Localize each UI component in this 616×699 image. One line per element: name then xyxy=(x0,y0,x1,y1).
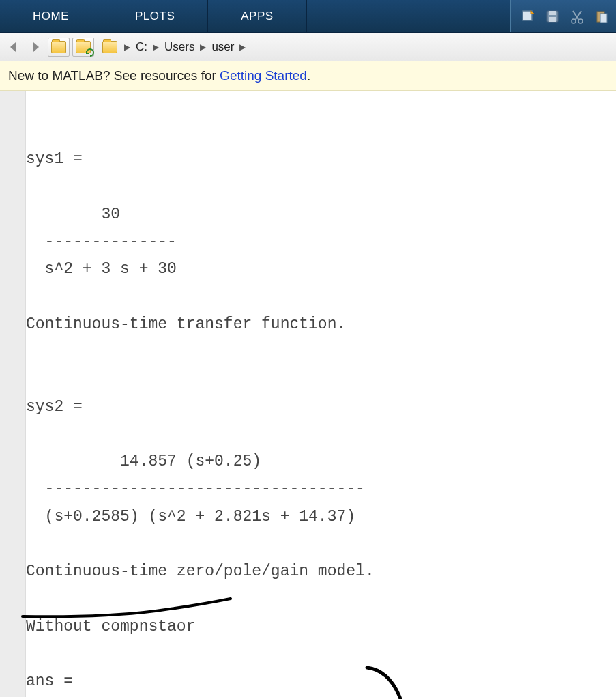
breadcrumb-users[interactable]: Users xyxy=(162,39,197,55)
up-folder-button[interactable] xyxy=(48,38,70,57)
command-window-output[interactable]: sys1 = 30 -------------- s^2 + 3 s + 30 … xyxy=(26,91,616,697)
folder-icon xyxy=(102,41,117,53)
command-window: sys1 = 30 -------------- s^2 + 3 s + 30 … xyxy=(0,91,616,697)
sys1-denominator: s^2 + 3 s + 30 xyxy=(26,260,177,278)
back-arrow-icon[interactable] xyxy=(4,38,23,57)
sys1-numerator: 30 xyxy=(26,205,120,223)
getting-started-link[interactable]: Getting Started xyxy=(220,68,307,83)
chevron-right-icon: ▶ xyxy=(151,42,160,52)
breadcrumb-drive[interactable]: C: xyxy=(133,39,150,55)
svg-point-4 xyxy=(572,19,576,23)
chevron-right-icon: ▶ xyxy=(199,42,207,52)
save-icon[interactable] xyxy=(541,5,564,28)
svg-rect-7 xyxy=(600,14,607,23)
tab-home[interactable]: HOME xyxy=(0,0,102,32)
tab-plots[interactable]: PLOTS xyxy=(102,0,208,32)
banner-prefix: New to MATLAB? See resources for xyxy=(8,68,220,83)
breadcrumb: ▶ C: ▶ Users ▶ user ▶ xyxy=(102,39,247,55)
folder-up-icon xyxy=(51,41,66,53)
paste-icon[interactable] xyxy=(590,5,613,28)
svg-rect-3 xyxy=(549,17,556,22)
chevron-right-icon: ▶ xyxy=(238,42,247,52)
sys2-numerator: 14.857 (s+0.25) xyxy=(26,453,261,470)
sys2-label: sys2 = xyxy=(26,398,83,416)
without-compensator-text: Without compnstaor xyxy=(26,618,195,636)
breadcrumb-user[interactable]: user xyxy=(209,39,237,55)
svg-rect-2 xyxy=(549,11,556,15)
forward-arrow-icon[interactable] xyxy=(26,38,45,57)
tab-apps[interactable]: APPS xyxy=(208,0,306,32)
sys1-label: sys1 = xyxy=(26,150,83,168)
command-window-gutter xyxy=(0,91,26,697)
hand-drawn-curve xyxy=(353,664,435,699)
sys2-description: Continuous-time zero/pole/gain model. xyxy=(26,562,375,580)
sys2-divider: ---------------------------------- xyxy=(26,480,365,498)
ans-label: ans = xyxy=(26,672,73,690)
quick-access-toolbar xyxy=(510,0,616,32)
sys1-description: Continuous-time transfer function. xyxy=(26,315,346,333)
chevron-right-icon: ▶ xyxy=(123,42,132,52)
banner-suffix: . xyxy=(307,68,310,83)
browse-folder-button[interactable] xyxy=(72,38,94,57)
cut-icon[interactable] xyxy=(566,5,589,28)
sys1-divider: -------------- xyxy=(26,233,177,251)
address-bar: ▶ C: ▶ Users ▶ user ▶ xyxy=(0,33,616,61)
svg-point-5 xyxy=(578,19,583,23)
sys2-denominator: (s+0.2585) (s^2 + 2.821s + 14.37) xyxy=(26,508,355,526)
getting-started-banner: New to MATLAB? See resources for Getting… xyxy=(0,61,616,91)
toolstrip: HOME PLOTS APPS xyxy=(0,0,616,33)
import-icon[interactable] xyxy=(516,5,540,28)
